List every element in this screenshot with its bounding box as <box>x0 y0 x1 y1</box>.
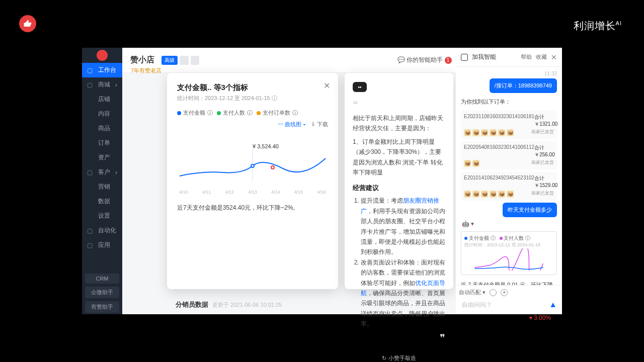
modal-advice: •• ❝ 相比于前天和上周同期，店铺昨天经营状况欠佳，主要是因为： 1、订单金额… <box>345 73 453 289</box>
sidebar-item-marketing[interactable]: 营销 <box>82 179 122 194</box>
sidebar: ▢工作台 ▢商城› 店铺 内容 商品 订单 资产 ▢客户› 营销 数据 设置 ▢… <box>82 48 122 314</box>
chart-legend: 支付金额 ⓘ 支付人数 ⓘ 支付订单数 ⓘ 〰 曲线图 ▾ ⇩ 下载 <box>177 109 328 128</box>
send-icon[interactable]: ▲ <box>549 300 557 309</box>
user-msg: 昨天支付金额多少 <box>503 203 557 217</box>
mode-select[interactable]: 自动匹配 ▾ <box>459 289 486 296</box>
sidebar-logo <box>82 48 122 63</box>
shop-name: 赞小店 <box>130 55 154 65</box>
regen-hint[interactable]: ↻ 小赞手敲造 <box>353 353 445 362</box>
assistant-msg: 为你找到以下订单： <box>459 95 559 109</box>
advice-intro: 相比于前天和上周同期，店铺昨天经营状况欠佳，主要是因为： <box>353 113 445 134</box>
chart-desc: 近7天支付金额是3524.40元，环比下降~2%。 <box>177 204 328 212</box>
sidebar-tag-crm[interactable]: CRM <box>85 274 119 284</box>
sidebar-item-workbench[interactable]: ▢工作台 <box>82 63 122 77</box>
help-link[interactable]: 帮助 <box>521 53 532 61</box>
sidebar-item-assets[interactable]: 资产 <box>82 150 122 165</box>
sidebar-tag-qw[interactable]: 企微助手 <box>85 287 119 298</box>
panel-title: 加我智能 <box>472 53 496 61</box>
shop-sub: 7年有赞老店 <box>131 67 162 74</box>
order-card[interactable]: E201014106234923454523102合计 ￥1529.00 📦📦📦… <box>461 172 557 201</box>
order-card[interactable]: E202311081603323014106181合计 ￥1321.00 📦📦📦… <box>461 111 557 139</box>
date-range: 统计时间：2023-12-12 至 2024-01-15 ⓘ <box>177 95 328 102</box>
mini-desc: 近 7 天支付金额是 0.01 元，环比下降 2% 。 <box>459 278 559 285</box>
sidebar-item-apps[interactable]: ▢应用 <box>82 238 122 252</box>
fav-link[interactable]: 收藏 <box>536 53 547 61</box>
timestamp: 11:32 <box>459 71 559 76</box>
sidebar-item-content[interactable]: 内容 <box>82 107 122 121</box>
bg-section: 分销员数据更新于 2021-06-06 10:01:25 <box>176 300 282 309</box>
chip-2 <box>180 56 189 65</box>
close-icon[interactable]: ✕ <box>324 81 330 90</box>
history-icon[interactable] <box>490 289 497 296</box>
panel-icon <box>461 54 468 61</box>
sidebar-item-mall[interactable]: ▢商城› <box>82 77 122 92</box>
advice-heading: 经营建议 <box>353 183 445 194</box>
chat-input[interactable] <box>459 298 559 311</box>
bot-icon: •• <box>353 82 367 92</box>
brand-text: 利润增长AI <box>574 19 622 33</box>
user-msg: /搜订单：18988398749 <box>490 78 557 93</box>
modal-title: 支付金额.. 等3个指标 <box>177 83 328 93</box>
download-link[interactable]: ⇩ 下载 <box>311 121 328 128</box>
close-icon[interactable]: ✕ <box>551 53 557 61</box>
sidebar-item-settings[interactable]: 设置 <box>82 209 122 223</box>
order-card[interactable]: E202054081603230141006112合计 ￥256.00 📦📦商家… <box>461 141 557 170</box>
svg-point-2 <box>271 166 274 169</box>
chip-3 <box>191 56 200 65</box>
sidebar-item-orders[interactable]: 订单 <box>82 136 122 150</box>
chart: ¥ 3,524.40 4/104/114/124/134/144/154/16 <box>177 133 328 194</box>
sidebar-item-goods[interactable]: 商品 <box>82 121 122 136</box>
chart-tooltip: ¥ 3,524.40 <box>253 143 279 149</box>
sidebar-item-customer[interactable]: ▢客户› <box>82 165 122 179</box>
modal-metrics: ✕ 支付金额.. 等3个指标 统计时间：2023-12-12 至 2024-01… <box>167 73 338 289</box>
sidebar-item-data[interactable]: 数据 <box>82 194 122 209</box>
chart-type-link[interactable]: 〰 曲线图 ▾ <box>278 121 306 128</box>
sidebar-tag-yz[interactable]: 有赞助手 <box>85 301 119 313</box>
sidebar-item-shop[interactable]: 店铺 <box>82 92 122 107</box>
ai-panel: 加我智能 帮助 收藏 ✕ 11:32 /搜订单：18988398749 为你找到… <box>456 48 562 314</box>
svg-point-1 <box>251 164 254 167</box>
chip-tier: 高级 <box>162 56 178 65</box>
top-helper[interactable]: 💬 你的智能助手 1 <box>397 56 452 64</box>
mini-chart: 支付金额 ⓘ 支付人数 ⓘ 统计时间：2023-12-12 至 2024-01-… <box>461 231 557 275</box>
brand-logo <box>19 15 36 32</box>
sidebar-item-automation[interactable]: ▢自动化 <box>82 223 122 238</box>
add-icon[interactable]: + <box>501 289 508 296</box>
